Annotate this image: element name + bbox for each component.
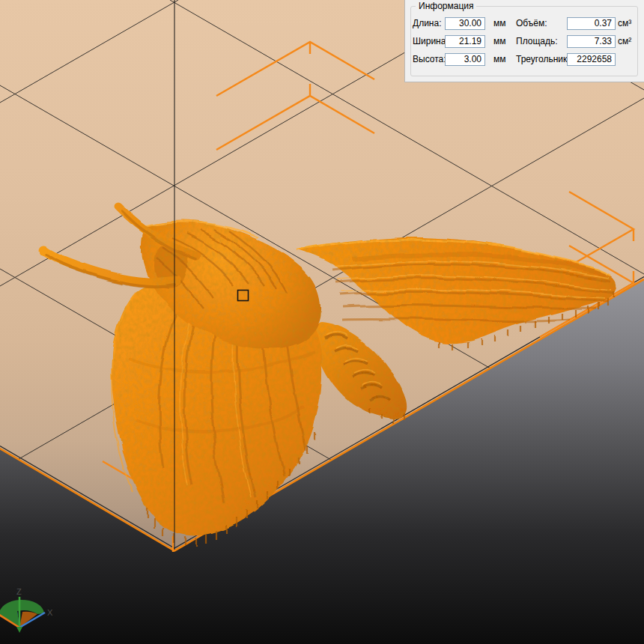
field-unit-length: мм <box>485 18 516 28</box>
viewport-3d[interactable]: Z X <box>0 0 644 644</box>
field-input-volume[interactable] <box>567 17 616 30</box>
info-fields-grid: Длина: мм Объём: см³ Ширина: мм Площадь:… <box>413 14 631 68</box>
info-panel: Информация Длина: мм Объём: см³ Ширина: … <box>404 0 644 82</box>
field-label-triangles: Треугольники <box>516 54 567 64</box>
field-input-height[interactable] <box>445 53 485 66</box>
viewer-window: Z X Информация Длина: мм Объём: см³ Шири… <box>0 0 644 644</box>
field-label-area: Площадь: <box>516 36 567 46</box>
field-unit-height: мм <box>485 54 516 64</box>
field-input-length[interactable] <box>445 17 485 30</box>
field-input-area[interactable] <box>567 35 616 48</box>
field-label-width: Ширина: <box>413 36 445 46</box>
field-label-height: Высота: <box>413 54 445 64</box>
field-label-length: Длина: <box>413 18 445 28</box>
field-unit-area: см² <box>616 36 631 46</box>
field-label-volume: Объём: <box>516 18 567 28</box>
axis-gizmo-x-label: X <box>47 608 53 617</box>
field-unit-volume: см³ <box>616 18 631 28</box>
field-input-triangles[interactable] <box>567 53 616 66</box>
info-panel-title: Информация <box>416 1 476 11</box>
axis-gizmo-z-label: Z <box>16 587 22 596</box>
info-groupbox: Информация Длина: мм Объём: см³ Ширина: … <box>410 6 638 76</box>
field-unit-width: мм <box>485 36 516 46</box>
field-input-width[interactable] <box>445 35 485 48</box>
